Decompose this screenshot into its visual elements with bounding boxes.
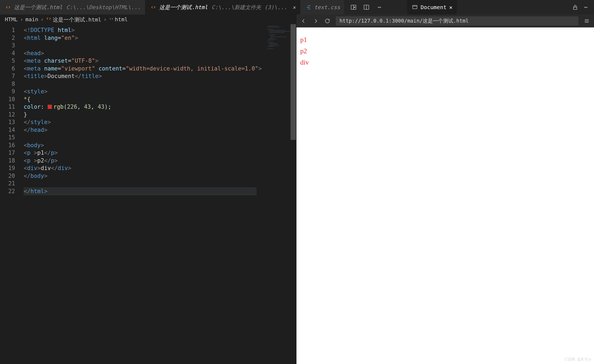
editor-panel: HTML›main›这是一个测试.html›html 1234567891011… [0,15,296,364]
color-swatch-icon [48,105,52,109]
tab-bar: 这是一个测试.htmlC:\...\Desktop\HTML\...这是一个测试… [0,0,594,15]
back-icon[interactable] [300,18,307,24]
code-line[interactable]: </body> [24,172,265,180]
breadcrumb-item[interactable]: main [25,16,38,23]
preview-icon [412,4,418,10]
preview-p: p1 [300,36,590,44]
code-line[interactable]: <!DOCTYPE html> [24,26,265,34]
more-actions-icon[interactable]: ⋯ [376,4,383,11]
svg-rect-3 [413,5,417,9]
tab-path: C:\...\新建文件夹 (3)\... [211,4,287,11]
code-line[interactable]: </head> [24,126,265,134]
code-line[interactable]: <meta charset="UTF-8"> [24,57,265,65]
tag-icon [109,16,114,21]
code-line[interactable] [24,80,265,88]
breadcrumb-item[interactable]: html [109,16,128,23]
editor-tab[interactable]: 这是一个测试.htmlC:\...\Desktop\HTML\... [0,0,145,15]
editor-actions: ⋯ [345,0,388,15]
chevron-right-icon: › [40,16,44,23]
breadcrumb: HTML›main›这是一个测试.html›html [0,15,296,24]
readonly-lock-icon[interactable] [572,4,578,10]
watermark: CSDN @木兮x [565,357,591,362]
svg-point-1 [354,7,355,8]
editor-scrollbar[interactable] [291,24,296,364]
code-line[interactable]: <style> [24,88,265,96]
code-line[interactable]: <head> [24,50,265,57]
preview-menu-icon[interactable] [583,18,590,24]
preview-div: div [300,59,590,66]
tab-label: text.css [314,4,340,10]
code-line[interactable]: <title>Document</title> [24,72,265,80]
preview-tab[interactable]: Document ✕ [407,0,457,15]
preview-p: p2 [300,47,590,55]
code-line[interactable]: <p >p1</p> [24,149,265,157]
code-line[interactable]: <meta name="viewport" content="width=dev… [24,65,265,73]
preview-tab-label: Document [420,4,446,10]
line-numbers: 12345678910111213141516171819202122 [0,24,20,364]
minimap[interactable] [265,24,291,364]
tab-path: C:\...\Desktop\HTML\... [66,4,141,10]
breadcrumb-item[interactable]: 这是一个测试.html [46,16,101,23]
code-line[interactable]: </style> [24,118,265,126]
breadcrumb-item[interactable]: HTML [5,16,18,23]
file-html-icon [5,4,11,10]
code-line[interactable]: color: rgb(226, 43, 43); [24,103,265,111]
html-icon [46,16,52,22]
code-line[interactable] [24,180,265,188]
forward-icon[interactable] [312,18,319,24]
close-icon[interactable]: ✕ [292,4,296,10]
code-line[interactable] [24,42,265,50]
file-css-icon [305,4,312,10]
code-line[interactable]: } [24,111,265,119]
editor-tab[interactable]: 这是一个测试.htmlC:\...\新建文件夹 (3)\...✕ [145,0,300,15]
code-line[interactable]: *{ [24,96,265,103]
svg-rect-4 [574,7,577,9]
code-line[interactable] [24,134,265,142]
code-line[interactable]: </html> [24,188,257,195]
tab-label: 这是一个测试.html [159,4,208,11]
code-line[interactable]: <p >p2</p> [24,157,265,165]
split-editor-icon[interactable] [363,4,370,11]
close-icon[interactable]: ✕ [449,4,452,10]
code-area[interactable]: <!DOCTYPE html><html lang="en"><head> <m… [20,24,265,364]
code-line[interactable]: <div>div</div> [24,164,265,172]
more-icon[interactable]: ⋯ [584,4,588,10]
tab-label: 这是一个测试.html [14,4,62,11]
title-bar-right: ⋯ [572,0,594,15]
editor-tab[interactable]: text.css [300,0,345,15]
preview-nav: http://127.0.0.1:3000/main/这是一个测试.html [296,15,594,27]
code-line[interactable]: <html lang="en"> [24,34,265,42]
chevron-right-icon: › [104,16,107,23]
reload-icon[interactable] [324,18,331,24]
code-line[interactable]: <body> [24,142,265,149]
file-html-icon [150,4,157,10]
address-bar-text: http://127.0.0.1:3000/main/这是一个测试.html [340,17,469,24]
preview-panel: http://127.0.0.1:3000/main/这是一个测试.html p… [296,15,594,364]
preview-page: p1p2div [296,27,594,364]
chevron-right-icon: › [20,16,23,23]
address-bar[interactable]: http://127.0.0.1:3000/main/这是一个测试.html [336,16,578,26]
split-preview-icon[interactable] [350,4,357,11]
